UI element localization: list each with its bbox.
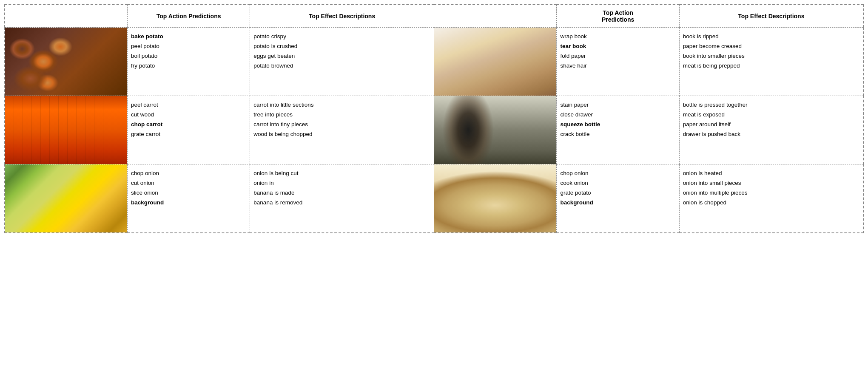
effect-right-2-2: meat is exposed — [683, 110, 859, 120]
effect-left-1-4: potato browned — [253, 61, 430, 71]
image-cell-left-2 — [5, 96, 127, 164]
prediction-right-2-1: stain paper — [560, 100, 675, 110]
predictions-cell-right-3: chop onioncook oniongrate potatobackgrou… — [557, 164, 679, 233]
data-row-3: chop onioncut onionslice onionbackground… — [5, 164, 863, 233]
effect-left-3-3: banana is made — [253, 188, 430, 198]
prediction-left-1-1: bake potato — [131, 32, 246, 42]
effect-left-1-1: potato crispy — [253, 32, 430, 42]
effect-right-2-3: paper around itself — [683, 120, 859, 130]
col2-header-label: Top Action Predictions — [157, 13, 221, 20]
effect-right-3-4: onion is chopped — [683, 198, 859, 208]
effect-left-1-2: potato is crushed — [253, 42, 430, 51]
prediction-left-3-1: chop onion — [131, 169, 246, 178]
prediction-left-2-4: grate carrot — [131, 130, 246, 139]
prediction-left-3-3: slice onion — [131, 188, 246, 198]
image-cell-left-3 — [5, 164, 127, 233]
effects-cell-left-2: carrot into little sectionstree into pie… — [250, 96, 434, 164]
effect-left-1-3: eggs get beaten — [253, 51, 430, 61]
prediction-right-2-4: crack bottle — [560, 130, 675, 139]
image-cell-right-1 — [434, 28, 556, 96]
image-cell-right-2 — [434, 96, 556, 164]
effects-cell-right-1: book is rippedpaper become creasedbook i… — [679, 28, 863, 96]
prediction-right-2-3: squeeze bottle — [560, 120, 675, 130]
prediction-right-3-2: cook onion — [560, 178, 675, 188]
effect-right-1-3: book into smaller pieces — [683, 51, 859, 61]
prediction-left-1-2: peel potato — [131, 42, 246, 51]
prediction-left-3-4: background — [131, 198, 246, 208]
prediction-right-3-3: grate potato — [560, 188, 675, 198]
prediction-right-3-4: background — [560, 198, 675, 208]
prediction-left-2-2: cut wood — [131, 110, 246, 120]
predictions-cell-left-3: chop onioncut onionslice onionbackground — [127, 164, 250, 233]
photo-carrot — [5, 96, 127, 164]
effects-cell-left-1: potato crispypotato is crushedeggs get b… — [250, 28, 434, 96]
effects-cell-right-3: onion is heatedonion into small pieceson… — [679, 164, 863, 233]
prediction-left-2-1: peel carrot — [131, 100, 246, 110]
effect-right-1-4: meat is being prepped — [683, 61, 859, 71]
effect-left-2-2: tree into pieces — [253, 110, 430, 120]
col1-header-empty — [5, 5, 127, 28]
prediction-right-1-4: shave hair — [560, 61, 675, 71]
effect-right-2-1: bottle is pressed together — [683, 100, 859, 110]
image-cell-right-3 — [434, 164, 556, 233]
effect-left-2-3: carrot into tiny pieces — [253, 120, 430, 130]
data-row-1: bake potatopeel potatoboil potatofry pot… — [5, 28, 863, 96]
effect-left-2-4: wood is being chopped — [253, 130, 430, 139]
image-cell-left-1 — [5, 28, 127, 96]
main-table: Top Action Predictions Top Effect Descri… — [4, 4, 864, 233]
col2-header-action: Top Action Predictions — [127, 5, 250, 28]
prediction-left-1-4: fry potato — [131, 61, 246, 71]
effect-right-3-3: onion into multiple pieces — [683, 188, 859, 198]
predictions-cell-right-1: wrap booktear bookfold papershave hair — [557, 28, 679, 96]
prediction-left-1-3: boil potato — [131, 51, 246, 61]
effect-right-1-2: paper become creased — [683, 42, 859, 51]
prediction-right-1-3: fold paper — [560, 51, 675, 61]
photo-grain — [434, 164, 556, 232]
photo-banana — [5, 164, 127, 232]
effect-left-3-2: onion in — [253, 178, 430, 188]
col5-header-label: Top ActionPredictions — [602, 9, 634, 23]
header-row: Top Action Predictions Top Effect Descri… — [5, 5, 863, 28]
col4-header-empty — [434, 5, 556, 28]
col3-header-effect: Top Effect Descriptions — [250, 5, 434, 28]
predictions-cell-right-2: stain paperclose drawersqueeze bottlecra… — [557, 96, 679, 164]
prediction-right-3-1: chop onion — [560, 169, 675, 178]
effect-left-2-1: carrot into little sections — [253, 100, 430, 110]
prediction-right-1-2: tear book — [560, 42, 675, 51]
effect-left-3-4: banana is removed — [253, 198, 430, 208]
photo-bottle — [434, 96, 556, 164]
col5-header-action: Top ActionPredictions — [557, 5, 679, 28]
prediction-right-1-1: wrap book — [560, 32, 675, 42]
effect-right-2-4: drawer is pushed back — [683, 130, 859, 139]
prediction-left-2-3: chop carrot — [131, 120, 246, 130]
predictions-cell-left-2: peel carrotcut woodchop carrotgrate carr… — [127, 96, 250, 164]
predictions-cell-left-1: bake potatopeel potatoboil potatofry pot… — [127, 28, 250, 96]
effect-right-1-1: book is ripped — [683, 32, 859, 42]
effects-cell-right-2: bottle is pressed togethermeat is expose… — [679, 96, 863, 164]
prediction-left-3-2: cut onion — [131, 178, 246, 188]
effects-cell-left-3: onion is being cutonion inbanana is made… — [250, 164, 434, 233]
effect-left-3-1: onion is being cut — [253, 169, 430, 178]
data-row-2: peel carrotcut woodchop carrotgrate carr… — [5, 96, 863, 164]
col6-header-effect: Top Effect Descriptions — [679, 5, 863, 28]
photo-potato — [5, 28, 127, 96]
effect-right-3-2: onion into small pieces — [683, 178, 859, 188]
photo-book — [434, 28, 556, 96]
effect-right-3-1: onion is heated — [683, 169, 859, 178]
prediction-right-2-2: close drawer — [560, 110, 675, 120]
